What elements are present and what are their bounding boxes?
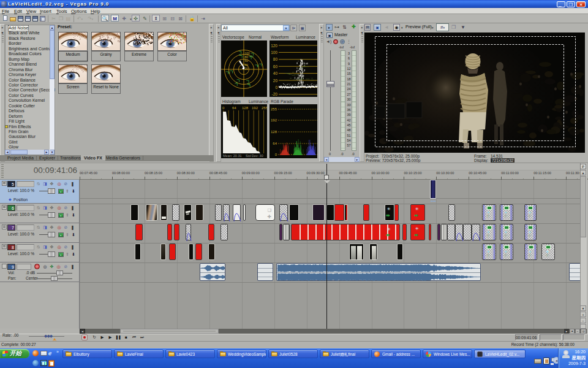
svg-text:80: 80 bbox=[245, 55, 249, 59]
svg-text:100: 100 bbox=[245, 52, 251, 55]
svg-text:80: 80 bbox=[273, 57, 278, 61]
svg-text:40: 40 bbox=[273, 71, 278, 75]
svg-text:Std Dev: 30: Std Dev: 30 bbox=[246, 154, 263, 158]
svg-text:40: 40 bbox=[245, 63, 249, 67]
svg-text:G: G bbox=[236, 81, 238, 84]
svg-text:255: 255 bbox=[271, 107, 277, 111]
svg-text:255: 255 bbox=[262, 106, 267, 110]
svg-text:128: 128 bbox=[242, 106, 249, 110]
svg-text:Mg: Mg bbox=[250, 55, 254, 58]
svg-text:64: 64 bbox=[232, 106, 236, 110]
svg-text:Yl: Yl bbox=[228, 71, 230, 74]
svg-text:Mean: 20.31: Mean: 20.31 bbox=[223, 154, 242, 158]
svg-text:100: 100 bbox=[271, 50, 277, 55]
svg-text:-20: -20 bbox=[272, 92, 278, 96]
svg-text:20: 20 bbox=[273, 79, 278, 83]
svg-text:192: 192 bbox=[271, 118, 277, 122]
svg-text:60: 60 bbox=[245, 59, 249, 63]
svg-text:192: 192 bbox=[252, 106, 258, 110]
svg-text:120: 120 bbox=[271, 44, 277, 48]
svg-text:60: 60 bbox=[273, 64, 278, 69]
svg-text:20: 20 bbox=[245, 67, 249, 71]
svg-text:R: R bbox=[239, 53, 241, 56]
svg-text:Cy: Cy bbox=[247, 82, 250, 85]
svg-text:64: 64 bbox=[273, 142, 277, 145]
svg-text:128: 128 bbox=[271, 130, 277, 134]
svg-text:B: B bbox=[257, 64, 259, 67]
svg-text:0: 0 bbox=[275, 85, 277, 90]
